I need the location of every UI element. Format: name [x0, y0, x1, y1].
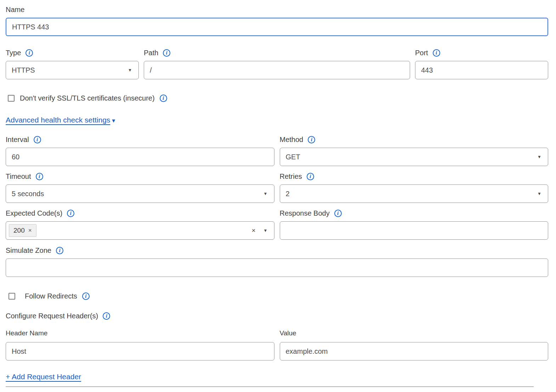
- health-check-form: Name Type i HTTPS ▼ Path i Port i: [0, 0, 556, 387]
- response-body-info-icon[interactable]: i: [334, 210, 342, 217]
- name-input[interactable]: [6, 18, 548, 36]
- follow-redirects-label: Follow Redirects: [25, 292, 77, 300]
- chevron-down-icon: ▼: [263, 192, 268, 196]
- ssl-verify-checkbox[interactable]: [8, 95, 15, 102]
- port-input[interactable]: [415, 61, 548, 79]
- name-field-group: Name: [6, 6, 548, 36]
- header-value-label-text: Value: [280, 329, 296, 337]
- interval-method-row: Interval i Method i GET ▼: [6, 136, 548, 166]
- response-body-label: Response Body i: [280, 209, 549, 217]
- chevron-down-icon[interactable]: ▼: [263, 228, 268, 233]
- simulate-zone-info-icon[interactable]: i: [56, 247, 63, 254]
- response-body-input[interactable]: [280, 221, 549, 240]
- port-label: Port i: [415, 49, 548, 57]
- name-label-text: Name: [6, 6, 24, 14]
- type-select[interactable]: HTTPS ▼: [6, 61, 139, 79]
- clear-all-icon[interactable]: ×: [252, 227, 256, 234]
- timeout-select-value: 5 seconds: [12, 190, 44, 198]
- method-label-text: Method: [280, 136, 303, 144]
- type-select-value: HTTPS: [12, 66, 35, 74]
- retries-label-text: Retries: [280, 172, 302, 181]
- advanced-settings-link[interactable]: Advanced health check settings: [6, 116, 110, 124]
- method-select[interactable]: GET ▼: [280, 148, 549, 166]
- chevron-down-icon: ▼: [128, 68, 132, 72]
- section-divider: [6, 386, 534, 387]
- chevron-down-icon: ▼: [111, 118, 116, 124]
- path-label: Path i: [144, 49, 410, 57]
- follow-redirects-row: Follow Redirects i: [6, 292, 548, 300]
- remove-tag-icon[interactable]: ×: [28, 227, 32, 234]
- header-value-input[interactable]: [280, 342, 549, 360]
- retries-select[interactable]: 2 ▼: [280, 184, 549, 203]
- port-label-text: Port: [415, 49, 428, 57]
- simulate-zone-field-group: Simulate Zone i: [6, 246, 548, 277]
- expected-codes-multiselect[interactable]: 200 × × ▼: [6, 221, 274, 240]
- retries-select-value: 2: [286, 190, 290, 198]
- path-label-text: Path: [144, 49, 158, 57]
- header-value-column-label: Value: [280, 329, 549, 337]
- header-name-field-group: Header Name: [6, 329, 274, 360]
- type-info-icon[interactable]: i: [25, 49, 33, 57]
- chevron-down-icon: ▼: [537, 155, 541, 159]
- interval-label: Interval i: [6, 136, 274, 144]
- ssl-verify-label: Don't verify SSL/TLS certificates (insec…: [20, 94, 155, 102]
- code-tag: 200 ×: [9, 224, 36, 237]
- chevron-down-icon: ▼: [537, 192, 541, 196]
- timeout-label: Timeout i: [6, 172, 274, 181]
- path-input[interactable]: [144, 61, 410, 79]
- path-field-group: Path i: [144, 49, 410, 79]
- header-name-input[interactable]: [6, 342, 274, 360]
- timeout-retries-row: Timeout i 5 seconds ▼ Retries i 2 ▼: [6, 172, 548, 203]
- header-row: Header Name Value: [6, 329, 548, 360]
- method-info-icon[interactable]: i: [308, 136, 315, 143]
- expected-codes-field-group: Expected Code(s) i 200 × × ▼: [6, 209, 274, 240]
- type-field-group: Type i HTTPS ▼: [6, 49, 139, 79]
- expected-codes-label: Expected Code(s) i: [6, 209, 274, 217]
- timeout-field-group: Timeout i 5 seconds ▼: [6, 172, 274, 203]
- advanced-settings-toggle-row: Advanced health check settings▼: [6, 116, 548, 124]
- header-name-column-label: Header Name: [6, 329, 274, 337]
- simulate-zone-label: Simulate Zone i: [6, 246, 548, 255]
- type-path-port-row: Type i HTTPS ▼ Path i Port i: [6, 49, 548, 79]
- interval-info-icon[interactable]: i: [34, 136, 41, 143]
- port-info-icon[interactable]: i: [433, 49, 440, 57]
- code-tag-value: 200: [13, 227, 25, 234]
- timeout-select[interactable]: 5 seconds ▼: [6, 184, 274, 203]
- interval-field-group: Interval i: [6, 136, 274, 166]
- add-request-header-link[interactable]: + Add Request Header: [6, 373, 81, 381]
- request-headers-label-text: Configure Request Header(s): [6, 312, 98, 320]
- simulate-zone-label-text: Simulate Zone: [6, 246, 51, 255]
- follow-redirects-checkbox[interactable]: [8, 293, 15, 300]
- expected-codes-label-text: Expected Code(s): [6, 209, 62, 217]
- retries-label: Retries i: [280, 172, 549, 181]
- header-value-field-group: Value: [280, 329, 549, 360]
- method-select-value: GET: [286, 153, 300, 161]
- interval-label-text: Interval: [6, 136, 29, 144]
- name-label: Name: [6, 6, 548, 14]
- method-label: Method i: [280, 136, 549, 144]
- codes-body-row: Expected Code(s) i 200 × × ▼ Response Bo…: [6, 209, 548, 240]
- request-headers-section-label: Configure Request Header(s) i: [6, 312, 548, 320]
- add-header-row: + Add Request Header: [6, 373, 548, 381]
- retries-info-icon[interactable]: i: [307, 173, 314, 180]
- type-label: Type i: [6, 49, 139, 57]
- retries-field-group: Retries i 2 ▼: [280, 172, 549, 203]
- path-info-icon[interactable]: i: [163, 49, 170, 57]
- timeout-info-icon[interactable]: i: [36, 173, 43, 180]
- response-body-label-text: Response Body: [280, 209, 330, 217]
- type-label-text: Type: [6, 49, 21, 57]
- request-headers-info-icon[interactable]: i: [103, 312, 110, 320]
- port-field-group: Port i: [415, 49, 548, 79]
- ssl-verify-info-icon[interactable]: i: [160, 95, 167, 102]
- ssl-verify-row: Don't verify SSL/TLS certificates (insec…: [6, 94, 548, 102]
- timeout-label-text: Timeout: [6, 172, 31, 181]
- response-body-field-group: Response Body i: [280, 209, 549, 240]
- header-name-label-text: Header Name: [6, 329, 47, 337]
- simulate-zone-input[interactable]: [6, 259, 548, 277]
- expected-codes-info-icon[interactable]: i: [67, 210, 74, 217]
- interval-input[interactable]: [6, 148, 274, 166]
- follow-redirects-info-icon[interactable]: i: [82, 292, 90, 300]
- method-field-group: Method i GET ▼: [280, 136, 549, 166]
